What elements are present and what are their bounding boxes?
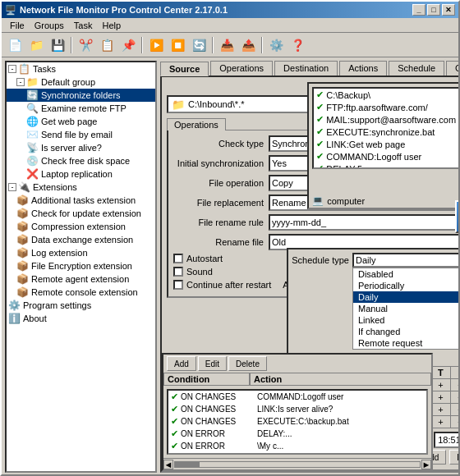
action-item-5[interactable]: ✔ COMMAND:Logoff user [314,150,458,162]
tree-item-check-update[interactable]: 📦 Check for update extension [7,207,155,220]
rename-rule-select[interactable]: yyyy-mm-dd_ ▼ [269,214,460,231]
toolbar-run[interactable]: ▶️ [146,35,166,55]
sched-opt-periodically[interactable]: Periodically [353,280,460,291]
t3-th[interactable]: + [430,416,450,428]
toolbar-stop[interactable]: ⏹️ [168,35,187,55]
menu-groups[interactable]: Groups [30,20,69,31]
sched-opt-linked[interactable]: Linked [353,314,460,326]
cond-edit-button[interactable]: Edit [198,356,227,371]
tree-label-compression: Compression extension [31,222,126,231]
close-button[interactable]: ✕ [442,4,455,16]
tree-expand-ext[interactable]: - [8,183,16,191]
tree-item-laptop[interactable]: ❌ Laptop replication [7,167,155,181]
tree-item-add-tasks[interactable]: 📦 Additional tasks extension [7,194,155,207]
schedule-type-select[interactable]: Daily ▼ [352,253,460,268]
action-item-6[interactable]: ✔ DELAY:5 [314,162,458,169]
tab-schedule[interactable]: Schedule [389,61,444,76]
tree-item-file-encrypt[interactable]: 📦 File Encryption extension [7,259,155,272]
t3-f[interactable]: + [450,416,460,428]
cond-scrollbar[interactable]: ◄ ► [163,458,431,469]
t2-f[interactable]: + [450,404,460,416]
cond-cond-0: ON CHANGES [181,392,255,401]
ops-tab-btn[interactable]: Operations [167,118,226,130]
action-item-1[interactable]: ✔ FTP:ftp.aarsoftware.com/ [314,101,458,113]
menu-file[interactable]: File [5,20,30,31]
tree-item-remote-agent[interactable]: 📦 Remote agent extension [7,272,155,286]
sched-opt-daily[interactable]: Daily [353,291,460,303]
sched-delete-button[interactable]: Delete [449,450,460,465]
toolbar-paste[interactable]: 📌 [118,35,138,55]
tree-item-sync-folders[interactable]: 🔄 Synchronize folders [7,89,155,102]
sched-opt-disabled[interactable]: Disabled [353,268,460,280]
t0-th[interactable]: + [430,379,450,391]
tab-source[interactable]: Source [160,62,209,76]
tree-label-check-update: Check for update extension [31,208,141,218]
cond-delete-button[interactable]: Delete [228,356,267,371]
tree-item-prog-settings[interactable]: ⚙️ Program settings [7,299,155,312]
action-item-3[interactable]: ✔ EXECUTE:synchronize.bat [314,126,458,138]
tree-expand-default[interactable]: - [16,78,25,86]
ftp-button[interactable]: FTP [455,200,460,233]
action-item-0[interactable]: ✔ C:\Backup\ [314,89,458,101]
tree-item-data-exchange[interactable]: 📦 Data exchange extension [7,233,155,246]
tree-item-remote-console[interactable]: 📦 Remote console extension [7,286,155,299]
maximize-button[interactable]: □ [427,4,440,16]
toolbar-cut[interactable]: ✂️ [76,35,95,55]
action-item-2[interactable]: ✔ MAIL:support@aarsoftware.com [314,113,458,126]
tree-item-server-alive[interactable]: 📡 Is server alive? [7,141,155,154]
toolbar-save[interactable]: 💾 [48,35,67,55]
toolbar-new[interactable]: 📄 [5,35,25,55]
cond-action-4: \My c... [257,442,283,451]
t1-f[interactable]: + [450,391,460,404]
tree-item-about[interactable]: ℹ️ About [7,312,155,325]
tree-item-examine-ftp[interactable]: 🔍 Examine remote FTP [7,102,155,115]
sched-opt-ifchanged[interactable]: If changed [353,326,460,337]
tree-item-disk-space[interactable]: 💿 Check free disk space [7,154,155,167]
tree-item-default-group[interactable]: - 📁 Default group [7,76,155,89]
action-item-4[interactable]: ✔ LINK:Get web page [314,138,458,150]
menu-help[interactable]: Help [97,20,126,31]
autostart-checkbox[interactable] [173,254,183,263]
scroll-left[interactable]: ◄ [163,460,173,469]
time-input[interactable]: 18:51:25 ▲ ▼ [434,432,460,448]
toolbar-import[interactable]: 📥 [217,35,237,55]
server-alive-icon: 📡 [26,142,39,153]
scroll-right[interactable]: ► [421,460,431,469]
tree-label-disk-space: Check free disk space [41,156,130,166]
t1-th[interactable]: + [430,391,450,404]
toolbar-settings[interactable]: ⚙️ [266,35,286,55]
sched-opt-remote[interactable]: Remote request [353,337,460,349]
tree-item-web-page[interactable]: 🌐 Get web page [7,115,155,128]
tab-operations[interactable]: Operations [210,61,273,76]
tree-item-extensions[interactable]: - 🔌 Extensions [7,181,155,194]
tab-destination[interactable]: Destination [274,61,338,76]
tree-item-tasks[interactable]: - 📋 Tasks [7,62,155,76]
minimize-button[interactable]: _ [412,4,426,16]
cond-add-button[interactable]: Add [167,356,196,371]
toolbar-refresh[interactable]: 🔄 [189,35,209,55]
cond-item-0[interactable]: ✔ ON CHANGES COMMAND:Logoff user [168,391,426,403]
tab-general[interactable]: General [446,61,460,76]
tab-actions[interactable]: Actions [339,61,387,76]
tree-expand-tasks[interactable]: - [8,65,16,73]
tree-item-log-ext[interactable]: 📦 Log extension [7,246,155,259]
cond-item-1[interactable]: ✔ ON CHANGES LINK:Is server alive? [168,403,426,415]
schedule-type-row: Schedule type Daily ▼ Disabled Periodica… [292,253,460,268]
toolbar-copy[interactable]: 📋 [97,35,117,55]
tree-item-compression[interactable]: 📦 Compression extension [7,220,155,233]
cond-item-4[interactable]: ✔ ON ERROR \My c... [168,440,426,452]
continue-checkbox[interactable] [173,280,183,290]
sound-checkbox[interactable] [173,267,183,277]
menu-task[interactable]: Task [69,20,98,31]
cond-item-3[interactable]: ✔ ON ERROR DELAY:... [168,428,426,440]
t0-f[interactable]: + [450,379,460,391]
tree-item-send-email[interactable]: ✉️ Send file by email [7,128,155,141]
sched-opt-manual[interactable]: Manual [353,303,460,314]
cond-item-5[interactable]: ✔ ON ERROR MAIL:s... [168,452,426,455]
toolbar-export[interactable]: 📤 [238,35,258,55]
cond-item-2[interactable]: ✔ ON CHANGES EXECUTE:C:\backup.bat [168,415,426,428]
action-text-6: DELAY:5 [326,164,362,170]
t2-th[interactable]: + [430,404,450,416]
toolbar-open[interactable]: 📁 [26,35,46,55]
toolbar-help[interactable]: ❓ [288,35,307,55]
